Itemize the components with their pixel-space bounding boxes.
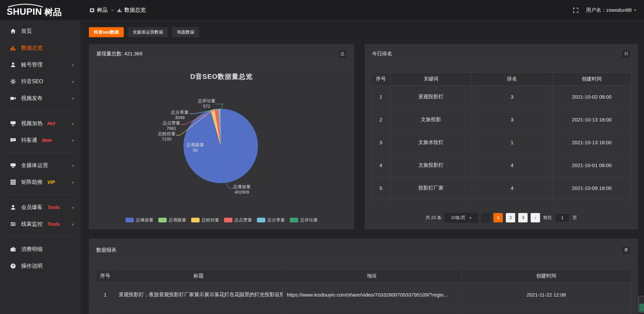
legend-item-shares[interactable]: 总分享量 (257, 217, 285, 223)
page-size-select[interactable]: 10条/页 ∨ (444, 213, 478, 223)
table-row-partial (372, 200, 631, 204)
pie-label-video: 总视频量58 (183, 142, 207, 153)
next-page-button[interactable]: › (531, 213, 540, 222)
chart-title: D音SEO数据量总览 (89, 72, 354, 81)
sidebar-item-douyin-seo[interactable]: 抖音SEO ∨ (0, 73, 80, 90)
sidebar-item-data-overview[interactable]: 数据总览 (0, 40, 80, 56)
chevron-down-icon: ∨ (71, 138, 74, 142)
total-view-button[interactable]: 总 (338, 50, 347, 58)
day-view-button[interactable]: 日 (622, 50, 631, 58)
chevron-down-icon: ∨ (71, 163, 74, 167)
pie-label-comments: 总评论量572 (195, 98, 219, 109)
sidebar-item-help[interactable]: ? 操作说明 (0, 258, 80, 274)
chevron-down-icon: ∨ (71, 222, 74, 226)
panels-row: 展现量总数: 421,369 总 D音SEO数据量总览 总播放量402909 总… (89, 44, 638, 229)
legend-item-video[interactable]: 总视频量 (158, 217, 186, 223)
top-bar: SHUPIN 树品 树品 > 数据总览 用户名：zswodun88 ∨ (0, 0, 644, 20)
chevron-down-icon: ∨ (71, 80, 74, 84)
member-icon (10, 204, 16, 210)
sidebar-item-video-publish[interactable]: 视频发布 ∨ (0, 90, 80, 107)
sidebar-item-spend-detail[interactable]: 消费明细 (0, 241, 80, 258)
chat-icon (10, 137, 16, 143)
legend-swatch (158, 218, 167, 222)
ranking-header-row: 序号 关键词 排名 创建时间 (372, 73, 631, 86)
table-row: 4文旅投影灯42021-10-01 09:00 (372, 154, 631, 177)
table-row: 1 景观投影灯，夜游景观投影灯厂家展示展示落花灯在花园里的灯光投影应用效果 # … (96, 283, 631, 307)
tools-tag: Tools (47, 221, 60, 227)
sidebar-item-account[interactable]: 账号管理 ∨ (0, 56, 80, 73)
chevron-down-icon: ∨ (634, 8, 637, 12)
scroll-widget[interactable] (638, 296, 644, 313)
home-icon (10, 28, 16, 34)
report-row-title: 景观投影灯，夜游景观投影灯厂家展示展示落花灯在花园里的灯光投影应用效果 # (114, 283, 282, 307)
goto-page-input[interactable] (555, 213, 570, 222)
page-button-2[interactable]: 2 (506, 213, 515, 222)
today-ranking-panel: 今日排名 日 序号 关键词 排名 创建时间 1景观投影灯32021-10-02 … (365, 44, 638, 229)
legend-item-likes[interactable]: 总点赞量 (224, 217, 252, 223)
data-report-panel: 数据报表 表 序号 标题 地址 创建时间 1 景观投影灯，夜游景观投影灯厂家展示… (89, 239, 638, 314)
username-label: 用户名：zswodun88 (586, 7, 632, 13)
app-logo: SHUPIN 树品 (0, 4, 80, 16)
prev-page-button[interactable]: ‹ (481, 213, 490, 222)
vip-tag: VIP (47, 179, 55, 185)
table-view-button[interactable]: 表 (622, 246, 631, 255)
monitor-icon (10, 162, 16, 168)
sidebar-item-matrix-boost[interactable]: 矩阵助推 VIP ∨ (0, 174, 80, 191)
new-tag: New (42, 138, 52, 143)
report-row-link[interactable]: https://www.iesdouyin.com/share/video/70… (283, 283, 462, 307)
breadcrumb-root[interactable]: 树品 (90, 7, 108, 14)
sidebar-item-douketong[interactable]: 抖客通 New ∨ (0, 132, 80, 149)
table-row: 2文旅投影32021-10-13 18:00 (372, 108, 631, 131)
legend-swatch (257, 218, 265, 222)
topbar-right: 用户名：zswodun88 ∨ (573, 7, 644, 13)
tab-douyin-seo-data[interactable]: 抖音seo数据 (89, 27, 124, 37)
sidebar-item-lead-monitor[interactable]: 线索监控 Tools ∨ (0, 216, 80, 232)
legend-swatch (191, 218, 200, 222)
sidebar-item-member-burst[interactable]: 会员爆客 Tools ∨ (0, 199, 80, 216)
overview-panel-header: 展现量总数: 421,369 总 (89, 44, 354, 64)
grid-icon (10, 179, 16, 185)
sidebar-divider (5, 111, 75, 111)
chevron-down-icon: ∨ (71, 63, 74, 67)
overview-panel: 展现量总数: 421,369 总 D音SEO数据量总览 总播放量402909 总… (89, 44, 354, 229)
main-content: 抖音seo数据 全媒体运营数据 询盘数据 展现量总数: 421,369 总 D音… (80, 20, 644, 314)
table-row: 3文旅水纹灯12021-10-13 18:00 (372, 131, 631, 154)
sidebar-item-video-heat[interactable]: 视频加热 Hot ∨ (0, 115, 80, 132)
heat-screen-icon (10, 120, 16, 126)
logo-arc (7, 4, 44, 7)
ranking-table: 序号 关键词 排名 创建时间 1景观投影灯32021-10-02 09:00 2… (371, 72, 631, 204)
legend-item-play[interactable]: 总播放量 (125, 217, 153, 223)
pie-label-play: 总播放量402909 (230, 184, 254, 195)
fullscreen-icon[interactable] (573, 7, 579, 13)
breadcrumb-separator: > (111, 8, 114, 13)
sidebar-item-home[interactable]: 首页 (0, 23, 80, 40)
chevron-down-icon: ∨ (469, 216, 472, 219)
tab-inquiry-data[interactable]: 询盘数据 (172, 27, 199, 37)
app-square-icon (90, 8, 95, 13)
sidebar-nav: 首页 数据总览 账号管理 ∨ 抖音SEO ∨ 视频发布 (0, 20, 80, 274)
chevron-down-icon: ∨ (71, 180, 74, 184)
pie-label-shares: 总分享量3049 (168, 110, 192, 120)
report-header-row: 序号 标题 地址 创建时间 (96, 269, 631, 283)
legend-item-fans[interactable]: 总粉丝量 (191, 217, 219, 223)
chevron-down-icon: ∨ (71, 121, 74, 125)
tab-media-operation-data[interactable]: 全媒体运营数据 (127, 27, 168, 37)
page-button-1[interactable]: 1 (493, 213, 503, 222)
chevron-down-icon: ∨ (71, 205, 74, 209)
breadcrumb: 树品 > 数据总览 (90, 7, 146, 14)
goto-unit: 页 (573, 215, 577, 221)
pie-label-fans: 总粉丝量7100 (155, 131, 179, 142)
scroll-widget-stripes (639, 304, 644, 311)
question-icon: ? (10, 263, 16, 269)
sidebar-item-media-operation[interactable]: 全媒体运营 ∨ (0, 157, 80, 174)
ranking-title: 今日排名 (372, 51, 392, 57)
pagination: 共 23 条 10条/页 ∨ ‹ 1 2 3 › 前往 页 (365, 213, 638, 223)
sidebar-divider (5, 195, 75, 195)
hot-tag: Hot (47, 121, 55, 126)
page-button-3[interactable]: 3 (518, 213, 528, 222)
sliders-icon (10, 221, 16, 227)
chart-legend: 总播放量 总视频量 总粉丝量 总点赞量 总分享量 总评论量 (89, 217, 354, 223)
user-menu[interactable]: 用户名：zswodun88 ∨ (586, 7, 637, 13)
gear-icon (10, 78, 16, 85)
legend-item-comments[interactable]: 总评论量 (290, 217, 318, 223)
